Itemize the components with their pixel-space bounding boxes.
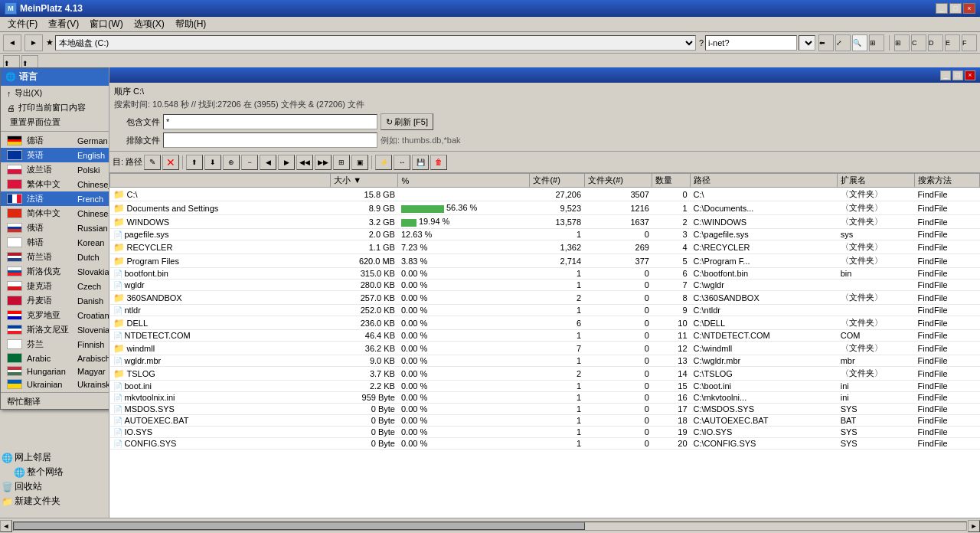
language-item-dutch[interactable]: 荷兰语Dutch	[1, 250, 109, 264]
ft-btn10[interactable]: ▣	[351, 155, 368, 170]
col-files[interactable]: 文件(#)	[530, 174, 584, 188]
toolbar-btn2[interactable]: ⤢	[835, 34, 851, 51]
language-item-korean[interactable]: 韩语Korean	[1, 235, 109, 250]
action-btn1[interactable]: ⚡	[375, 155, 392, 170]
maximize-button[interactable]: □	[949, 3, 962, 14]
language-item-ukrainski[interactable]: UkrainianUkrainski	[1, 378, 109, 391]
toolbar-nav1[interactable]: ⊞	[894, 34, 910, 51]
table-row[interactable]: 📄pagefile.sys2.0 GB12.63 %103C:\pagefile…	[110, 229, 980, 240]
toolbar-btn3[interactable]: 🔍	[852, 34, 867, 51]
table-row[interactable]: 📄CONFIG.SYS0 Byte0.00 %1020C:\CONFIG.SYS…	[110, 438, 980, 450]
table-row[interactable]: 📁360SANDBOX257.0 KB0.00 %208C:\360SANDBO…	[110, 291, 980, 305]
language-item-chinese_t[interactable]: 繁体中文Chinese_T	[1, 177, 109, 191]
action-btn2[interactable]: ↔	[394, 155, 410, 170]
toolbar-nav4[interactable]: E	[945, 34, 960, 51]
language-item-polski[interactable]: 波兰语Polski	[1, 162, 109, 177]
toolbar-back[interactable]: ◄	[3, 34, 21, 51]
table-row[interactable]: 📁TSLOG3.7 KB0.00 %2014C:\TSLOG〈文件夹〉FindF…	[110, 367, 980, 381]
table-row[interactable]: 📄AUTOEXEC.BAT0 Byte0.00 %1018C:\AUTOEXEC…	[110, 415, 980, 427]
col-method[interactable]: 搜索方法	[915, 174, 980, 188]
menu-window[interactable]: 窗口(W)	[85, 17, 127, 31]
toolbar-forward[interactable]: ►	[24, 34, 43, 51]
language-item-french[interactable]: 法语French	[1, 191, 109, 206]
tree-item-network[interactable]: 🌐 网上邻居	[0, 450, 109, 465]
exclude-input[interactable]	[163, 132, 377, 148]
table-row[interactable]: 📄wgldr280.0 KB0.00 %107C:\wgldrFindFile	[110, 280, 980, 291]
inner-maximize[interactable]: □	[952, 70, 963, 80]
language-item-english[interactable]: 英语English	[1, 148, 109, 162]
language-item-croatian[interactable]: 克罗地亚Croatian	[1, 308, 109, 322]
inner-minimize[interactable]: _	[940, 70, 951, 80]
table-row[interactable]: 📄ntldr252.0 KB0.00 %109C:\ntldrFindFile	[110, 305, 980, 316]
address-select[interactable]: 本地磁盘 (C:)	[55, 35, 696, 51]
col-size[interactable]: 大小 ▼	[331, 174, 398, 188]
ft-btn8[interactable]: ▶▶	[315, 155, 332, 170]
minimize-button[interactable]: _	[936, 3, 948, 14]
tree-item-whole-net[interactable]: 🌐 整个网络	[12, 465, 109, 479]
language-item-german[interactable]: 德语German	[1, 133, 109, 148]
action-btn3[interactable]: 💾	[412, 155, 429, 170]
tree-item-recycle[interactable]: 🗑️ 回收站	[0, 479, 109, 494]
table-row[interactable]: 📁DELL236.0 KB0.00 %6010C:\DELL〈文件夹〉FindF…	[110, 316, 980, 330]
path-clear-btn[interactable]: ✕	[162, 155, 179, 170]
toolbar-nav3[interactable]: D	[928, 34, 943, 51]
col-pct[interactable]: %	[398, 174, 530, 188]
search-select[interactable]	[799, 35, 815, 51]
col-path[interactable]: 路径	[691, 174, 838, 188]
search-box[interactable]	[705, 35, 797, 51]
table-row[interactable]: 📄mkvtoolnix.ini959 Byte0.00 %1016C:\mkvt…	[110, 392, 980, 404]
tree-item-new-folder[interactable]: 📁 新建文件夹	[0, 494, 109, 508]
ft-btn5[interactable]: ◀	[260, 155, 276, 170]
refresh-button[interactable]: ↻ 刷新 [F5]	[381, 113, 433, 130]
table-row[interactable]: 📁WINDOWS3.2 GB19.94 %13,57816372C:\WINDO…	[110, 215, 980, 229]
language-item-finnish[interactable]: 芬兰Finnish	[1, 337, 109, 352]
ft-btn4[interactable]: −	[241, 155, 258, 170]
action-btn4[interactable]: 🗑	[430, 155, 447, 170]
table-row[interactable]: 📁RECYCLER1.1 GB7.23 %1,3622694C:\RECYCLE…	[110, 240, 980, 254]
language-menu-header[interactable]: 🌐 语言 ◄	[1, 68, 109, 86]
language-item-danish[interactable]: 丹麦语Danish	[1, 293, 109, 308]
language-item-russian[interactable]: 俄语Russian	[1, 221, 109, 235]
left-menu-export[interactable]: ↑ 导出(X)	[1, 86, 109, 100]
table-row[interactable]: 📁windmll36.2 KB0.00 %7012C:\windmll〈文件夹〉…	[110, 342, 980, 355]
include-input[interactable]	[163, 114, 377, 129]
path-edit-btn[interactable]: ✎	[144, 155, 161, 170]
language-item-czech[interactable]: 捷克语Czech	[1, 279, 109, 293]
scroll-left-btn[interactable]: ◄	[0, 520, 12, 532]
menu-file[interactable]: 文件(F)	[3, 17, 42, 31]
language-item-slovakia[interactable]: 斯洛伐克Slovakia	[1, 264, 109, 279]
menu-view[interactable]: 查看(V)	[44, 17, 83, 31]
table-row[interactable]: 📄NTDETECT.COM46.4 KB0.00 %1011C:\NTDETEC…	[110, 330, 980, 342]
col-ext[interactable]: 扩展名	[838, 174, 915, 188]
col-idx[interactable]: 数量	[652, 174, 691, 188]
table-row[interactable]: 📄IO.SYS0 Byte0.00 %1019C:\IO.SYSSYSFindF…	[110, 427, 980, 438]
language-item-magyar[interactable]: HungarianMagyar	[1, 365, 109, 378]
ft-btn2[interactable]: ⬇	[204, 155, 221, 170]
table-row[interactable]: 📁Program Files620.0 MB3.83 %2,7143775C:\…	[110, 254, 980, 268]
table-row[interactable]: 📄MSDOS.SYS0 Byte0.00 %1017C:\MSDOS.SYSSY…	[110, 404, 980, 415]
language-item-slovenian[interactable]: 斯洛文尼亚Slovenian	[1, 322, 109, 337]
toolbar-nav2[interactable]: C	[911, 34, 926, 51]
toolbar-btn4[interactable]: ⊞	[869, 34, 884, 51]
close-button[interactable]: ×	[963, 3, 975, 14]
help-translate[interactable]: 帮忙翻译	[1, 394, 109, 409]
language-item-arabisch[interactable]: ArabicArabisch	[1, 352, 109, 365]
toolbar-nav5[interactable]: F	[962, 34, 977, 51]
table-row[interactable]: 📄bootfont.bin315.0 KB0.00 %106C:\bootfon…	[110, 268, 980, 280]
menu-help[interactable]: 帮助(H)	[171, 17, 211, 31]
left-menu-print[interactable]: 🖨 打印当前窗口内容	[1, 100, 109, 115]
toolbar-btn1[interactable]: ⬅	[818, 34, 834, 51]
col-folders[interactable]: 文件夹(#)	[584, 174, 652, 188]
table-row[interactable]: 📄wgldr.mbr9.0 KB0.00 %1013C:\wgldr.mbrmb…	[110, 355, 980, 367]
left-menu-reset[interactable]: 重置界面位置 ►	[1, 115, 109, 129]
ft-btn9[interactable]: ⊞	[333, 155, 350, 170]
ft-btn6[interactable]: ▶	[278, 155, 295, 170]
col-name[interactable]	[110, 174, 331, 188]
inner-close[interactable]: ×	[965, 70, 975, 80]
ft-btn1[interactable]: ⬆	[186, 155, 203, 170]
table-row[interactable]: 📁C:\15.8 GB27,20635070C:\〈文件夹〉FindFile	[110, 188, 980, 201]
menu-options[interactable]: 选项(X)	[129, 17, 169, 31]
scroll-right-btn[interactable]: ►	[968, 520, 980, 532]
ft-btn7[interactable]: ◀◀	[296, 155, 313, 170]
table-row[interactable]: 📁Documents and Settings8.9 GB56.36 %9,52…	[110, 201, 980, 215]
